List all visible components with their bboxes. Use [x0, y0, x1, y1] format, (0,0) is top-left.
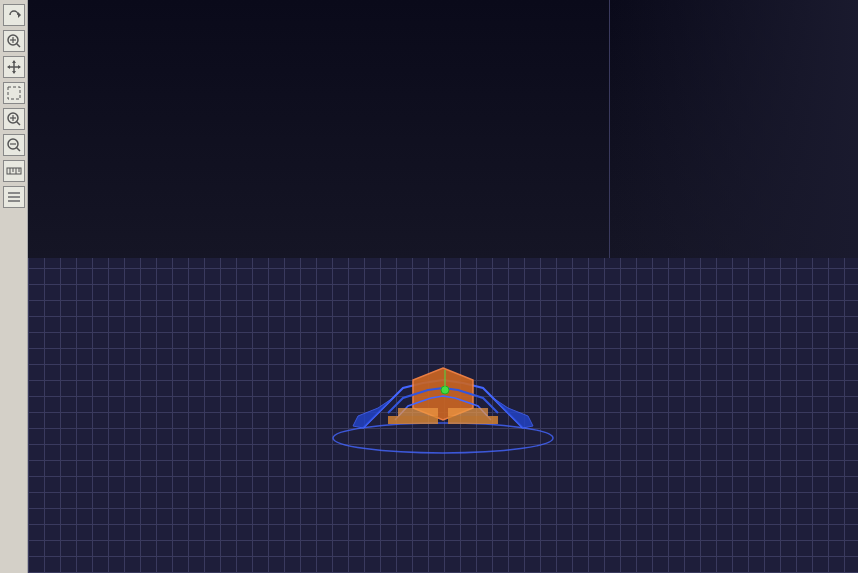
3d-canvas[interactable]	[28, 116, 537, 551]
svg-rect-42	[8, 192, 20, 194]
view-tools	[0, 116, 28, 551]
svg-line-35	[16, 148, 20, 152]
zoom-in-tool[interactable]	[3, 116, 25, 130]
left-panel: 3D View Temperature Curve	[0, 96, 538, 551]
svg-rect-47	[388, 416, 438, 424]
svg-rect-44	[8, 200, 20, 202]
scene	[28, 116, 537, 551]
ruler-tool[interactable]	[3, 160, 25, 182]
svg-rect-49	[398, 408, 438, 416]
svg-rect-43	[8, 196, 20, 198]
svg-line-31	[16, 122, 20, 126]
main-area: 3D View Temperature Curve	[0, 96, 858, 551]
svg-rect-50	[448, 408, 488, 416]
zoom-out-tool[interactable]	[3, 134, 25, 156]
layer-tool[interactable]	[3, 186, 25, 208]
svg-rect-48	[448, 416, 498, 424]
